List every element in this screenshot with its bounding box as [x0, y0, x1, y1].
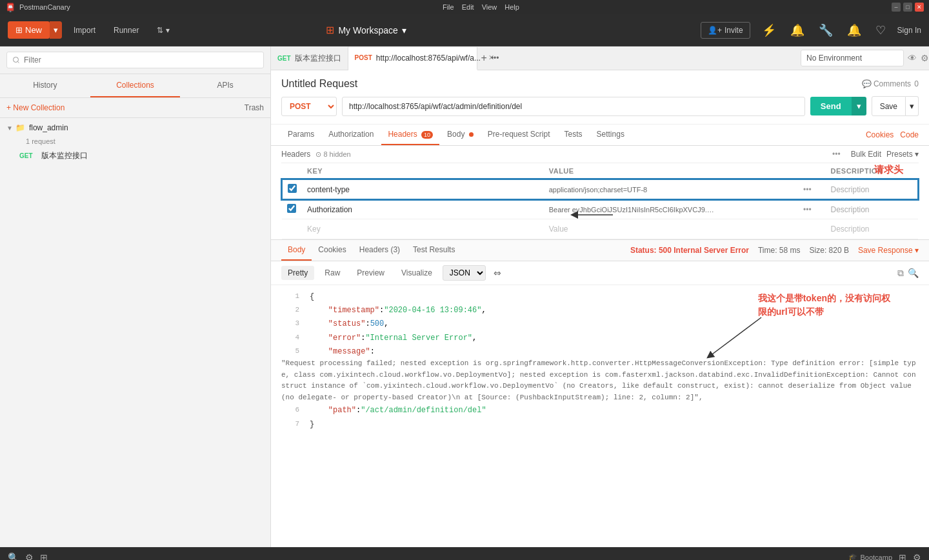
header-2-value[interactable]: Bearer eyJhbGciOiJSUzI1NiIsInR5cCI6IkpXV…: [544, 199, 798, 219]
sidebar-tab-apis[interactable]: APIs: [180, 74, 270, 97]
presets-button[interactable]: Presets ▾: [886, 150, 919, 159]
bottom-search-icon[interactable]: 🔍: [8, 552, 19, 561]
filter-input[interactable]: [6, 52, 264, 68]
tab-post-request[interactable]: POST http://localhost:8765/api/wf/a... ✕: [348, 47, 477, 70]
resp-tab-test-results[interactable]: Test Results: [406, 240, 461, 261]
header-1-checkbox[interactable]: [288, 184, 297, 193]
notification-icon-btn[interactable]: 🔔: [788, 21, 807, 40]
header-empty-value[interactable]: Value: [544, 219, 798, 239]
save-dropdown-button[interactable]: ▾: [906, 96, 919, 116]
req-tab-headers[interactable]: Headers 10: [381, 125, 439, 145]
search-response-btn[interactable]: 🔍: [908, 268, 919, 278]
close-btn[interactable]: ✕: [915, 3, 924, 12]
req-tab-settings[interactable]: Settings: [590, 125, 631, 145]
send-button[interactable]: Send: [810, 97, 852, 115]
runner-button[interactable]: Runner: [107, 23, 145, 38]
menu-help[interactable]: Help: [504, 3, 519, 11]
header-1-more[interactable]: •••: [798, 179, 825, 199]
import-button[interactable]: Import: [67, 23, 102, 38]
bootcamp-link[interactable]: 🎓 Bootcamp: [848, 553, 892, 560]
code-link[interactable]: Code: [900, 130, 919, 139]
header-1-key[interactable]: content-type: [302, 179, 544, 199]
collection-count: 1 request: [26, 137, 55, 145]
header-2-desc[interactable]: Description: [826, 199, 918, 219]
code-line-3: 3 "status" : 500 ,: [271, 317, 929, 331]
bottom-layout-icon[interactable]: ⊞: [40, 552, 48, 561]
sync-button[interactable]: ⇅ ▾: [150, 23, 176, 38]
hidden-headers-badge[interactable]: ⊙ 8 hidden: [315, 150, 350, 159]
more-tabs-button[interactable]: •••: [491, 54, 499, 63]
maximize-btn[interactable]: □: [903, 3, 912, 12]
header-empty-key[interactable]: Key: [302, 219, 544, 239]
copy-response-btn[interactable]: ⧉: [897, 268, 904, 279]
new-collection-button[interactable]: + New Collection: [6, 103, 65, 112]
req-tab-params[interactable]: Params: [281, 125, 321, 145]
bell-icon-btn[interactable]: 🔔: [844, 21, 864, 40]
menu-view[interactable]: View: [482, 3, 497, 11]
collection-item[interactable]: ▼ 📁 flow_admin: [0, 121, 270, 135]
minimize-btn[interactable]: –: [892, 3, 901, 12]
response-area: Body Cookies Headers (3) Test Results St…: [271, 239, 929, 547]
req-tab-body[interactable]: Body: [441, 125, 480, 145]
menu-edit[interactable]: Edit: [462, 3, 474, 11]
sign-in-button[interactable]: Sign In: [897, 26, 921, 35]
headers-col-more: [798, 163, 825, 179]
visualize-format-btn[interactable]: Visualize: [395, 266, 439, 280]
workspace-selector[interactable]: ⊞ My Workspace ▾: [326, 24, 406, 36]
bottom-settings2-icon[interactable]: ⚙: [913, 552, 921, 561]
headers-more-icon[interactable]: •••: [832, 150, 841, 159]
wrap-lines-btn[interactable]: ⇔: [490, 266, 505, 279]
sidebar-tab-collections[interactable]: Collections: [90, 74, 181, 97]
new-button[interactable]: ⊞ New: [8, 21, 50, 39]
trash-button[interactable]: Trash: [245, 103, 264, 112]
bottom-layout2-icon[interactable]: ⊞: [899, 552, 906, 561]
settings-icon-btn[interactable]: 🔧: [816, 21, 835, 40]
resp-tab-body[interactable]: Body: [281, 240, 312, 261]
response-status: Status: 500 Internal Server Error: [630, 246, 749, 255]
resp-tab-headers[interactable]: Headers (3): [353, 240, 406, 261]
header-2-more[interactable]: •••: [798, 199, 825, 219]
response-meta: Status: 500 Internal Server Error Time: …: [630, 246, 919, 255]
menu-file[interactable]: File: [443, 3, 454, 11]
response-format-select[interactable]: JSON XML HTML Text: [443, 265, 486, 281]
comments-link[interactable]: 💬 Comments 0: [862, 79, 919, 88]
search-icon-btn[interactable]: ⚡: [759, 21, 779, 40]
collection-arrow-icon: ▼: [6, 125, 13, 132]
main-content: GET 版本监控接口 POST http://localhost:8765/ap…: [271, 46, 929, 547]
add-tab-button[interactable]: +: [477, 52, 491, 64]
env-settings-button[interactable]: ⚙: [921, 53, 929, 63]
tab-get-monitor[interactable]: GET 版本监控接口: [271, 46, 348, 70]
heart-icon-btn[interactable]: ♡: [873, 21, 888, 40]
save-button[interactable]: Save: [872, 96, 906, 116]
header-empty-desc[interactable]: Description: [826, 219, 918, 239]
resp-tab-cookies[interactable]: Cookies: [312, 240, 352, 261]
cookies-link[interactable]: Cookies: [866, 130, 894, 139]
response-content-wrapper: 1 { 2 "timestamp" : "2020-04-16 13:09:46…: [271, 285, 929, 437]
sidebar-search-area: [0, 46, 270, 74]
bulk-edit-button[interactable]: Bulk Edit: [851, 150, 881, 159]
header-empty-more: [798, 219, 825, 239]
save-response-button[interactable]: Save Response ▾: [858, 246, 919, 255]
collection-count-row: 1 request: [0, 135, 270, 148]
header-1-desc[interactable]: Description: [826, 179, 918, 199]
header-2-key[interactable]: Authorization: [302, 199, 544, 219]
request-item[interactable]: GET 版本监控接口: [0, 148, 270, 164]
pretty-format-btn[interactable]: Pretty: [281, 266, 314, 280]
env-eye-button[interactable]: 👁: [908, 53, 917, 63]
method-select[interactable]: POST GET PUT DELETE: [281, 97, 337, 116]
environment-select[interactable]: No Environment: [801, 50, 904, 66]
new-dropdown-arrow[interactable]: ▾: [50, 21, 62, 39]
header-2-checkbox[interactable]: [287, 204, 296, 213]
header-1-value[interactable]: application/json;charset=UTF-8: [544, 179, 798, 199]
preview-format-btn[interactable]: Preview: [350, 266, 391, 280]
invite-button[interactable]: 👤+ Invite: [701, 22, 750, 39]
req-tab-prerequest[interactable]: Pre-request Script: [481, 125, 557, 145]
line-num-4: 4: [281, 332, 299, 345]
send-dropdown-button[interactable]: ▾: [852, 97, 866, 115]
url-input[interactable]: [342, 97, 805, 116]
req-tab-tests[interactable]: Tests: [558, 125, 589, 145]
raw-format-btn[interactable]: Raw: [318, 266, 346, 280]
bottom-settings-icon[interactable]: ⚙: [25, 552, 34, 561]
sidebar-tab-history[interactable]: History: [0, 74, 90, 97]
req-tab-authorization[interactable]: Authorization: [322, 125, 380, 145]
